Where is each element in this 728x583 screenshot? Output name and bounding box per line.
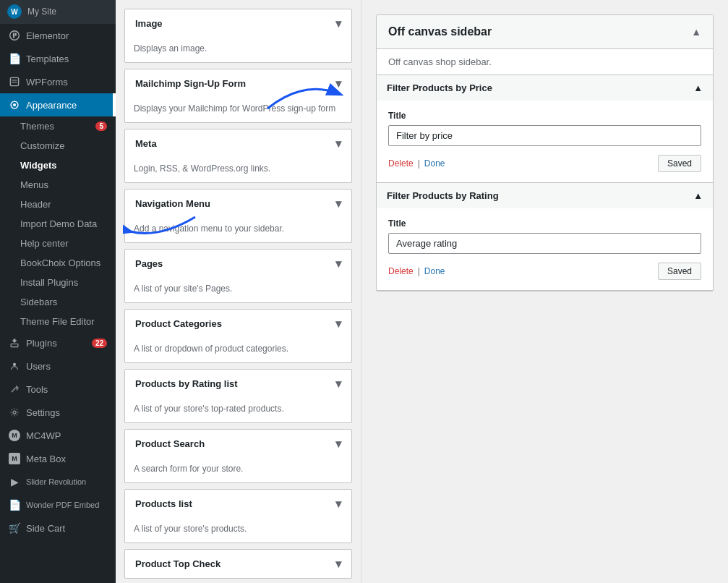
tools-icon	[9, 383, 20, 395]
sidebar-item-metabox[interactable]: M Meta Box	[0, 447, 116, 470]
widget-card-rating-title: Filter Products by Rating	[387, 190, 499, 201]
widget-image-header[interactable]: Image ▾	[125, 9, 351, 38]
collapse-icon[interactable]: ▲	[691, 26, 701, 38]
widget-image: Image ▾ Displays an image.	[124, 9, 352, 63]
sidebar-item-plugins[interactable]: Plugins 22	[0, 331, 116, 354]
widget-product-categories: Product Categories ▾ A list or dropdown …	[124, 309, 352, 363]
widget-pages-desc: A list of your site's Pages.	[125, 278, 351, 302]
sidebar-item-slider[interactable]: ▶ Slider Revolution	[0, 470, 116, 493]
price-title-input[interactable]	[388, 125, 701, 146]
widget-nav-menu-label: Navigation Menu	[135, 198, 210, 209]
widget-product-search-label: Product Search	[135, 438, 205, 449]
sidebar-item-settings[interactable]: Settings	[0, 401, 116, 424]
themes-label: Themes	[20, 121, 54, 132]
sidebar-item-appearance[interactable]: Appearance	[0, 93, 116, 116]
wpforms-icon	[9, 76, 20, 88]
rating-saved-button[interactable]: Saved	[658, 263, 701, 280]
slider-label: Slider Revolution	[26, 477, 107, 486]
wpforms-label: WPForms	[26, 77, 107, 88]
widget-products-list-label: Products list	[135, 498, 192, 509]
widget-card-rating-header[interactable]: Filter Products by Rating ▲	[377, 183, 713, 208]
sidebar-item-tools[interactable]: Tools	[0, 378, 116, 401]
widget-products-by-rating: Products by Rating list ▾ A list of your…	[124, 369, 352, 423]
metabox-label: Meta Box	[26, 454, 107, 464]
panel-description: Off canvas shop sidebar.	[377, 49, 713, 75]
widget-products-by-rating-desc: A list of your store's top-rated product…	[125, 398, 351, 422]
widget-meta-label: Meta	[135, 138, 157, 149]
widget-card-price: Filter Products by Price ▲ Title Delete …	[377, 75, 713, 183]
wp-logo: W	[7, 4, 22, 19]
rating-title-input[interactable]	[388, 233, 701, 254]
sidebar-sub-customize[interactable]: Customize	[0, 136, 116, 156]
widget-card-price-header[interactable]: Filter Products by Price ▲	[377, 75, 713, 101]
widget-product-categories-header[interactable]: Product Categories ▾	[125, 310, 351, 338]
widget-product-categories-label: Product Categories	[135, 318, 222, 329]
sidebar-logo[interactable]: W My Site	[0, 0, 116, 24]
sidebar-sub-menus[interactable]: Menus	[0, 175, 116, 195]
widget-products-by-rating-label: Products by Rating list	[135, 378, 238, 389]
mc4wp-icon: M	[9, 430, 20, 441]
sidebar-item-sidecart[interactable]: 🛒 Side Cart	[0, 516, 116, 540]
widget-card-rating: Filter Products by Rating ▲ Title Delete…	[377, 183, 713, 291]
svg-rect-3	[10, 77, 18, 85]
rating-delete-link[interactable]: Delete	[388, 266, 414, 276]
widget-product-categories-desc: A list or dropdown of product categories…	[125, 338, 351, 362]
widget-nav-menu: Navigation Menu ▾ Add a navigation menu …	[124, 189, 352, 243]
elementor-icon	[9, 30, 20, 41]
price-done-link[interactable]: Done	[424, 158, 445, 169]
sidebar-item-wpforms[interactable]: WPForms	[0, 70, 116, 93]
sidebars-label: Sidebars	[20, 297, 57, 307]
menus-label: Menus	[20, 179, 48, 190]
sidebar-sub-import[interactable]: Import Demo Data	[0, 214, 116, 234]
widget-card-price-collapse-icon: ▲	[693, 82, 703, 93]
sidebar-sub-header[interactable]: Header	[0, 195, 116, 214]
appearance-icon	[9, 99, 20, 111]
templates-label: Templates	[26, 54, 107, 64]
rating-done-link[interactable]: Done	[424, 266, 445, 276]
rating-field-label: Title	[388, 218, 701, 229]
templates-icon: 📄	[9, 53, 20, 64]
chevron-down-icon: ▾	[335, 377, 341, 391]
widget-product-search-header[interactable]: Product Search ▾	[125, 430, 351, 458]
sidebar-sub-bookchoix[interactable]: BookChoix Options	[0, 253, 116, 273]
users-icon	[9, 360, 20, 372]
price-saved-button[interactable]: Saved	[658, 155, 701, 172]
svg-rect-2	[15, 33, 17, 36]
sidebar-sub-widgets[interactable]: Widgets	[0, 156, 116, 175]
widget-rating-actions: Delete | Done Saved	[388, 263, 701, 280]
sidecart-label: Side Cart	[26, 523, 107, 534]
sidebar-item-templates[interactable]: 📄 Templates	[0, 47, 116, 70]
widget-meta-desc: Login, RSS, & WordPress.org links.	[125, 158, 351, 182]
widget-mailchimp-header[interactable]: Mailchimp Sign-Up Form ▾	[125, 69, 351, 98]
sidebar-item-users[interactable]: Users	[0, 354, 116, 378]
header-label: Header	[20, 199, 51, 210]
svg-point-6	[13, 103, 16, 106]
sidebar-item-wonder[interactable]: 📄 Wonder PDF Embed	[0, 493, 116, 516]
install-label: Install Plugins	[20, 277, 78, 288]
theme-editor-label: Theme File Editor	[20, 316, 95, 327]
appearance-label: Appearance	[26, 100, 116, 111]
sidebar-sub-sidebars[interactable]: Sidebars	[0, 292, 116, 312]
widget-nav-menu-header[interactable]: Navigation Menu ▾	[125, 190, 351, 218]
widget-products-by-rating-header[interactable]: Products by Rating list ▾	[125, 370, 351, 398]
widget-product-top-check-header[interactable]: Product Top Check ▾	[125, 550, 351, 578]
sidebar-sub-theme-editor[interactable]: Theme File Editor	[0, 312, 116, 331]
widget-card-rating-body: Title Delete | Done Saved	[377, 208, 713, 290]
sidebar: W My Site Elementor 📄 Templates WPForms …	[0, 0, 116, 583]
widget-products-list-header[interactable]: Products list ▾	[125, 490, 351, 518]
widget-mailchimp-label: Mailchimp Sign-Up Form	[135, 78, 246, 89]
sidebar-item-mc4wp[interactable]: M MC4WP	[0, 424, 116, 447]
price-separator: |	[418, 158, 420, 169]
widget-product-search-desc: A search form for your store.	[125, 458, 351, 482]
sidebar-sub-help[interactable]: Help center	[0, 234, 116, 253]
widget-pages-header[interactable]: Pages ▾	[125, 250, 351, 278]
sidebar-item-elementor[interactable]: Elementor	[0, 24, 116, 47]
mc4wp-label: MC4WP	[26, 430, 107, 441]
settings-icon	[9, 407, 20, 418]
price-delete-link[interactable]: Delete	[388, 158, 414, 169]
sidebar-sub-themes[interactable]: Themes 5	[0, 116, 116, 136]
widget-meta-header[interactable]: Meta ▾	[125, 129, 351, 158]
widget-products-list-desc: A list of your store's products.	[125, 518, 351, 542]
sidebar-sub-install[interactable]: Install Plugins	[0, 273, 116, 292]
panel-title: Off canvas sidebar	[388, 25, 492, 38]
